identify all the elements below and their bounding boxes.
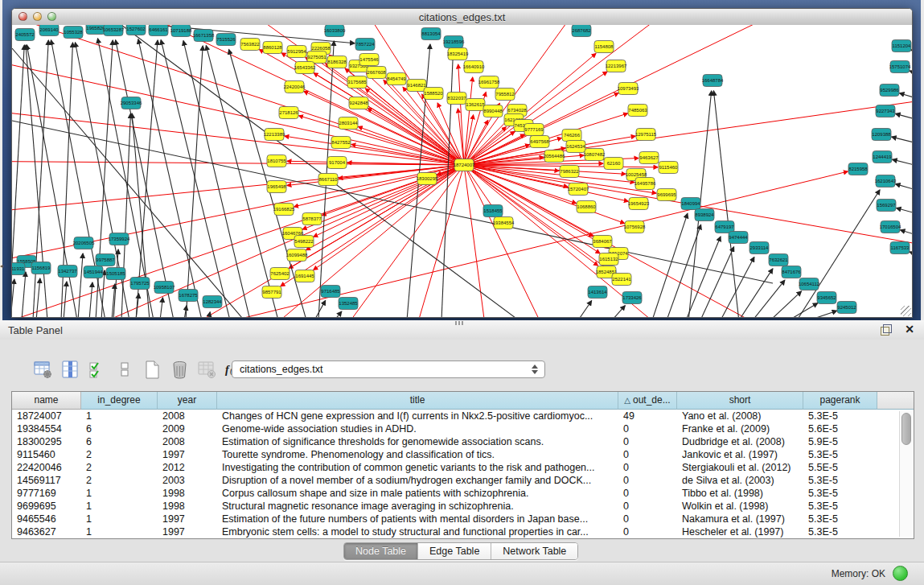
table-row[interactable]: 2242004622012Investigating the contribut…: [12, 461, 914, 474]
panel-collapse-arrow[interactable]: ◂: [0, 262, 6, 270]
table-row[interactable]: 946362711997Embryonic stem cells: a mode…: [12, 525, 914, 538]
table-cell[interactable]: 1: [81, 513, 158, 525]
table-cell[interactable]: Yano et al. (2008): [677, 410, 803, 422]
table-cell[interactable]: 1997: [158, 448, 217, 461]
table-row[interactable]: 1830029562008Estimation of significance …: [12, 435, 914, 448]
table-row[interactable]: 1456911722003Disruption of a novel membe…: [12, 474, 914, 487]
table-cell[interactable]: 49: [618, 410, 677, 422]
table-cell[interactable]: Corpus callosum shape and size in male p…: [217, 487, 618, 500]
table-cell[interactable]: 0: [618, 422, 677, 435]
table-cell[interactable]: Investigating the contribution of common…: [217, 461, 618, 474]
table-row[interactable]: 1872400712008Changes of HCN gene express…: [12, 410, 914, 422]
table-cell[interactable]: Hescheler et al. (1997): [677, 525, 803, 538]
table-cell[interactable]: 9465546: [12, 513, 81, 525]
table-cell[interactable]: 5.3E-5: [803, 500, 877, 513]
table-cell[interactable]: 5.3E-5: [803, 525, 877, 538]
table-cell[interactable]: de Silva et al. (2003): [677, 474, 803, 487]
memory-indicator-icon[interactable]: [893, 566, 908, 581]
table-row[interactable]: 969969511998Structural magnetic resonanc…: [12, 500, 914, 513]
new-column-icon[interactable]: [142, 359, 163, 381]
table-cell[interactable]: Tourette syndrome. Phenomenology and cla…: [217, 448, 618, 461]
table-cell[interactable]: Structural magnetic resonance image aver…: [217, 500, 618, 513]
table-cell[interactable]: 5.3E-5: [803, 487, 877, 500]
table-cell[interactable]: 1: [81, 500, 158, 513]
table-cell[interactable]: 0: [618, 500, 677, 513]
table-cell[interactable]: 22420046: [12, 461, 81, 474]
network-canvas[interactable]: 2405572206914010553281965826106532871527…: [12, 25, 912, 317]
table-cell[interactable]: 6: [81, 422, 158, 435]
table-cell[interactable]: 2008: [158, 410, 217, 422]
table-cell[interactable]: 1: [81, 410, 158, 422]
table-cell[interactable]: 0: [618, 474, 677, 487]
table-cell[interactable]: 9463627: [12, 525, 81, 538]
row-selection-icon[interactable]: [87, 359, 109, 381]
table-cell[interactable]: Stergiakouli et al. (2012): [677, 461, 803, 474]
table-cell[interactable]: 1998: [158, 500, 217, 513]
float-window-icon[interactable]: [881, 324, 892, 336]
table-row[interactable]: 946554611997Estimation of the future num…: [12, 513, 914, 525]
table-cell[interactable]: 9115460: [12, 448, 81, 461]
table-cell[interactable]: 5.9E-5: [803, 435, 877, 448]
table-cell[interactable]: Genome-wide association studies in ADHD.: [217, 422, 618, 435]
table-cell[interactable]: 19384554: [12, 422, 81, 435]
table-cell[interactable]: 5.5E-5: [803, 461, 877, 474]
table-cell[interactable]: 0: [618, 461, 677, 474]
column-header-pagerank[interactable]: pagerank: [803, 392, 877, 410]
table-cell[interactable]: 2: [81, 448, 158, 461]
table-cell[interactable]: Nakamura et al. (1997): [677, 513, 803, 525]
table-row[interactable]: 1938455462009Genome-wide association stu…: [12, 422, 914, 435]
table-cell[interactable]: 18300295: [12, 435, 81, 448]
table-cell[interactable]: 0: [618, 487, 677, 500]
table-cell[interactable]: Dudbridge et al. (2008): [677, 435, 803, 448]
table-cell[interactable]: 0: [618, 448, 677, 461]
table-cell[interactable]: 2009: [158, 422, 217, 435]
table-cell[interactable]: Tibbo et al. (1998): [677, 487, 803, 500]
table-cell[interactable]: Embryonic stem cells: a model to study s…: [217, 525, 618, 538]
column-header-in-degree[interactable]: in_degree: [81, 392, 158, 410]
table-cell[interactable]: 9699695: [12, 500, 81, 513]
table-cell[interactable]: 5.6E-5: [803, 422, 877, 435]
table-cell[interactable]: 2003: [158, 474, 217, 487]
table-cell[interactable]: 18724007: [12, 410, 81, 422]
table-cell[interactable]: Disruption of a novel member of a sodium…: [217, 474, 618, 487]
table-cell[interactable]: Wolkin et al. (1998): [677, 500, 803, 513]
table-cell[interactable]: Franke et al. (2009): [677, 422, 803, 435]
table-cell[interactable]: 1997: [158, 525, 217, 538]
table-cell[interactable]: 1997: [158, 513, 217, 525]
table-cell[interactable]: Estimation of the future numbers of pati…: [217, 513, 618, 525]
delete-table-icon[interactable]: [196, 359, 218, 381]
network-graph[interactable]: 2405572206914010553281965826106532871527…: [12, 25, 912, 317]
table-cell[interactable]: Estimation of significance thresholds fo…: [217, 435, 618, 448]
table-row[interactable]: 911546021997Tourette syndrome. Phenomeno…: [12, 448, 914, 461]
table-cell[interactable]: 5.3E-5: [803, 513, 877, 525]
table-cell[interactable]: 1: [81, 487, 158, 500]
table-cell[interactable]: 2: [81, 474, 158, 487]
table-cell[interactable]: 2012: [158, 461, 217, 474]
table-cell[interactable]: 0: [618, 435, 677, 448]
tab-network-table[interactable]: Network Table: [491, 543, 577, 559]
column-header-name[interactable]: name: [12, 392, 81, 410]
column-header-out-de-[interactable]: △out_de...: [618, 392, 677, 410]
table-cell[interactable]: 14569117: [12, 474, 81, 487]
table-cell[interactable]: Jankovic et al. (1997): [677, 448, 803, 461]
scrollbar-thumb[interactable]: [901, 413, 911, 445]
table-cell[interactable]: 5.3E-5: [803, 448, 877, 461]
table-selector-dropdown[interactable]: citations_edges.txt: [232, 360, 545, 378]
table-cell[interactable]: 2008: [158, 435, 217, 448]
table-cell[interactable]: 0: [618, 525, 677, 538]
table-cell[interactable]: 6: [81, 435, 158, 448]
tab-node-table[interactable]: Node Table: [344, 543, 418, 559]
tab-edge-table[interactable]: Edge Table: [418, 543, 491, 559]
column-header-short[interactable]: short: [677, 392, 803, 410]
table-cell[interactable]: 0: [618, 513, 677, 525]
splitter-handle[interactable]: [455, 321, 463, 325]
canvas-resize-grip[interactable]: [901, 306, 911, 316]
close-panel-icon[interactable]: ✕: [905, 323, 914, 336]
table-cell[interactable]: 1: [81, 525, 158, 538]
table-cell[interactable]: 2: [81, 461, 158, 474]
delete-column-icon[interactable]: [169, 359, 191, 381]
column-header-title[interactable]: title: [217, 392, 618, 410]
table-cell[interactable]: 1998: [158, 487, 217, 500]
table-cell[interactable]: 9777169: [12, 487, 81, 500]
table-cell[interactable]: Changes of HCN gene expression and I(f) …: [217, 410, 618, 422]
